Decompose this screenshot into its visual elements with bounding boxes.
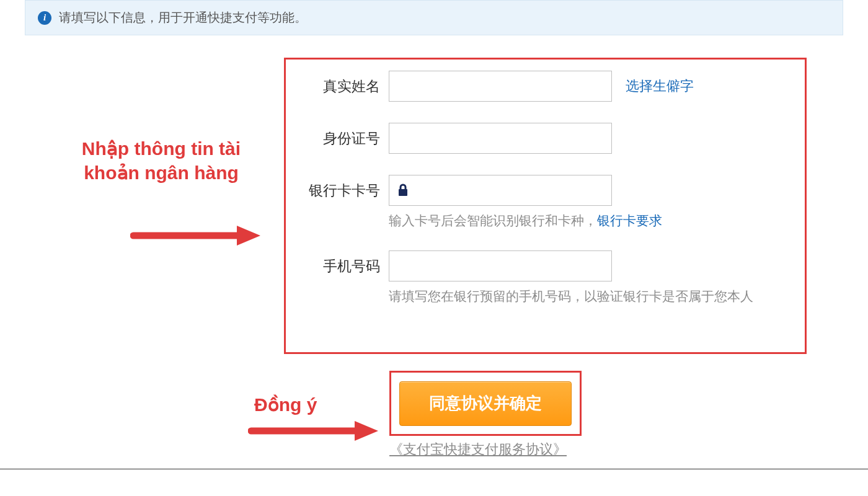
- svg-rect-0: [399, 189, 407, 196]
- agreement-link[interactable]: 《支付宝快捷支付服务协议》: [389, 440, 567, 459]
- svg-marker-4: [355, 421, 378, 441]
- form-highlight-box: 真实姓名 选择生僻字 身份证号 银行卡卡号: [284, 58, 807, 354]
- divider: [0, 469, 868, 469]
- id-input[interactable]: [389, 123, 612, 154]
- info-banner-text: 请填写以下信息，用于开通快捷支付等功能。: [59, 9, 307, 26]
- svg-marker-2: [237, 226, 260, 246]
- row-realname: 真实姓名 选择生僻字: [302, 71, 789, 102]
- row-phone: 手机号码 请填写您在银行预留的手机号码，以验证银行卡是否属于您本人: [302, 250, 789, 305]
- realname-label: 真实姓名: [302, 71, 389, 102]
- agree-submit-button[interactable]: 同意协议并确定: [399, 381, 572, 426]
- row-bankcard: 银行卡卡号 输入卡号后会智能识别银行和卡种，银行卡要求: [302, 175, 789, 229]
- arrow-icon: [248, 418, 378, 443]
- phone-label: 手机号码: [302, 250, 389, 281]
- realname-input[interactable]: [389, 71, 612, 102]
- lock-icon: [396, 183, 410, 198]
- phone-hint: 请填写您在银行预留的手机号码，以验证银行卡是否属于您本人: [389, 288, 789, 305]
- phone-input[interactable]: [389, 250, 612, 281]
- info-banner: i 请填写以下信息，用于开通快捷支付等功能。: [25, 0, 843, 35]
- bankcard-label: 银行卡卡号: [302, 175, 389, 206]
- submit-highlight-box: 同意协议并确定: [389, 371, 582, 436]
- bankcard-requirements-link[interactable]: 银行卡要求: [597, 213, 662, 228]
- id-label: 身份证号: [302, 123, 389, 154]
- annotation-agree: Đồng ý: [254, 394, 317, 415]
- rare-char-link[interactable]: 选择生僻字: [626, 77, 694, 95]
- bankcard-input[interactable]: [389, 175, 612, 206]
- info-icon: i: [38, 11, 51, 25]
- bankcard-hint: 输入卡号后会智能识别银行和卡种，银行卡要求: [389, 212, 789, 229]
- row-id: 身份证号: [302, 123, 789, 154]
- annotation-bank-info: Nhập thông tin tài khoản ngân hàng: [62, 136, 260, 185]
- bankcard-hint-text: 输入卡号后会智能识别银行和卡种，: [389, 213, 597, 228]
- arrow-icon: [130, 223, 260, 248]
